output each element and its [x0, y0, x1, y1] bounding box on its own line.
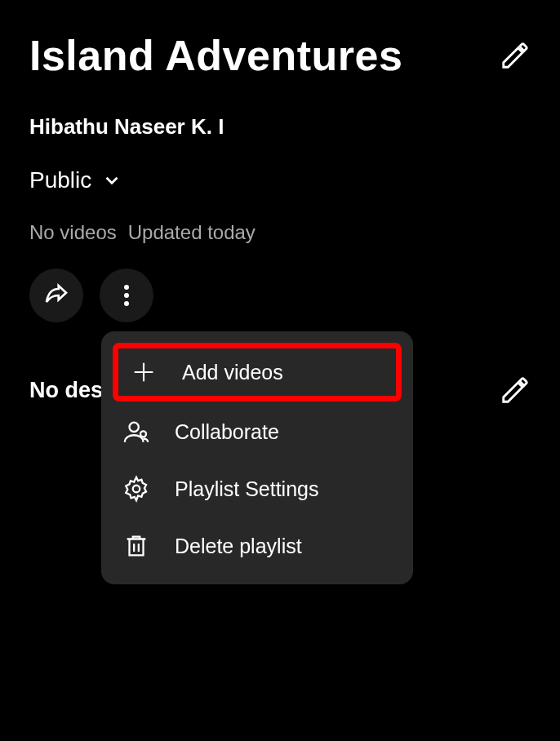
share-button[interactable]	[29, 268, 83, 322]
svg-point-1	[124, 293, 129, 298]
menu-item-add-videos[interactable]: Add videos	[113, 343, 402, 402]
gear-icon	[122, 475, 150, 503]
svg-point-0	[124, 285, 129, 290]
updated-text: Updated today	[128, 221, 256, 244]
svg-point-2	[124, 301, 129, 306]
menu-item-playlist-settings[interactable]: Playlist Settings	[101, 460, 413, 517]
menu-item-label: Add videos	[182, 361, 283, 384]
pencil-icon	[500, 40, 531, 71]
visibility-label: Public	[29, 167, 91, 193]
video-count: No videos	[29, 221, 117, 244]
svg-point-4	[140, 431, 146, 437]
more-vertical-icon	[124, 285, 129, 306]
menu-item-delete-playlist[interactable]: Delete playlist	[101, 517, 413, 575]
share-icon	[43, 282, 69, 308]
chevron-down-icon	[101, 170, 122, 191]
more-actions-menu: Add videos Collaborate Playlist Settings	[101, 331, 413, 584]
plus-icon	[130, 358, 158, 386]
menu-item-collaborate[interactable]: Collaborate	[101, 403, 413, 460]
trash-icon	[122, 532, 150, 560]
more-actions-button[interactable]	[100, 268, 153, 322]
visibility-dropdown[interactable]: Public	[29, 167, 122, 193]
description-text: No des	[29, 378, 103, 403]
menu-item-label: Collaborate	[175, 420, 279, 444]
pencil-icon	[500, 375, 531, 406]
edit-description-button[interactable]	[500, 375, 531, 406]
playlist-title: Island Adventures	[29, 31, 402, 80]
menu-item-label: Delete playlist	[175, 535, 302, 558]
menu-item-label: Playlist Settings	[175, 477, 318, 501]
edit-title-button[interactable]	[500, 40, 531, 71]
channel-name: Hibathu Naseer K. I	[29, 114, 531, 140]
collaborate-icon	[122, 418, 150, 446]
svg-point-5	[133, 486, 140, 493]
svg-point-3	[130, 423, 139, 432]
